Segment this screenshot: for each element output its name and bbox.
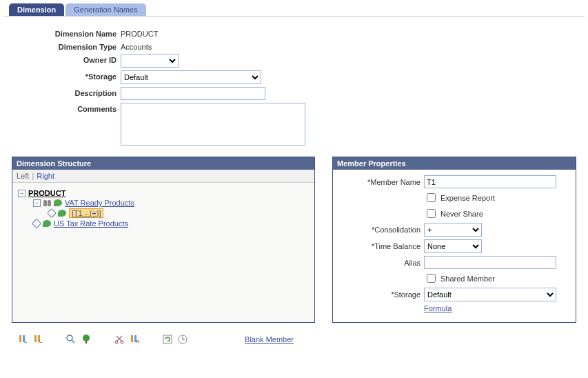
svg-rect-17 <box>163 335 172 344</box>
shared-member-checkbox[interactable] <box>427 274 436 283</box>
action-toolbar: + − × Blank Member <box>3 323 585 348</box>
time-balance-label: *Time Balance <box>338 242 424 250</box>
svg-line-7 <box>72 340 74 343</box>
leaf-icon <box>54 199 62 206</box>
member-name-input[interactable] <box>424 175 556 188</box>
tab-dimension[interactable]: Dimension <box>9 3 64 16</box>
owner-id-select[interactable] <box>121 54 179 68</box>
leaf-icon <box>58 210 66 217</box>
add-child-icon[interactable]: − <box>32 334 43 345</box>
svg-rect-0 <box>19 335 21 342</box>
refresh-icon[interactable] <box>162 334 173 345</box>
description-label: Description <box>12 87 121 97</box>
tree-node-t1-selected[interactable]: [T1 - (+)] <box>69 208 103 218</box>
tab-strip: Dimension Generation Names <box>3 3 585 17</box>
formula-link[interactable]: Formula <box>424 304 452 312</box>
tree-node-us-tax[interactable]: US Tax Rate Products <box>54 219 128 228</box>
svg-rect-9 <box>85 341 87 344</box>
member-properties-panel: Member Properties *Member Name Expense R… <box>332 157 576 323</box>
dimension-name-value: PRODUCT <box>121 28 158 38</box>
tree-body: − PRODUCT − VAT Ready Products [T1 - (+)… <box>12 183 314 322</box>
tree-right-link[interactable]: Right <box>37 172 54 180</box>
svg-point-8 <box>83 335 90 341</box>
alias-input[interactable] <box>424 256 556 269</box>
tree-node-vat-ready[interactable]: VAT Ready Products <box>65 199 134 207</box>
collapse-icon[interactable]: − <box>33 199 41 207</box>
tree-orientation-bar: Left | Right <box>12 170 314 183</box>
svg-text:−: − <box>39 339 43 345</box>
clock-icon[interactable] <box>177 334 188 345</box>
tree-left-label: Left <box>17 172 29 180</box>
consolidation-select[interactable]: + <box>424 223 482 237</box>
collapse-icon[interactable]: − <box>18 190 26 197</box>
never-share-checkbox[interactable] <box>427 209 436 218</box>
member-storage-label: *Storage <box>338 290 424 299</box>
svg-rect-14 <box>131 335 133 342</box>
member-properties-title: Member Properties <box>333 157 576 170</box>
comments-textarea[interactable] <box>121 103 305 146</box>
leaf-icon <box>43 220 51 227</box>
alias-label: Alias <box>338 259 424 267</box>
time-balance-select[interactable]: None <box>424 239 482 253</box>
people-icon <box>43 200 51 206</box>
delete-member-icon[interactable]: × <box>129 334 140 345</box>
add-sibling-icon[interactable]: + <box>17 334 28 345</box>
tab-generation-names[interactable]: Generation Names <box>65 3 145 16</box>
comments-label: Comments <box>12 103 121 113</box>
svg-rect-3 <box>34 335 37 342</box>
never-share-label: Never Share <box>440 210 483 218</box>
member-storage-select[interactable]: Default <box>424 288 556 301</box>
dimension-structure-panel: Dimension Structure Left | Right − PRODU… <box>12 157 315 323</box>
owner-id-label: Owner ID <box>12 54 121 64</box>
find-icon[interactable] <box>65 334 77 345</box>
tree-icon[interactable] <box>81 334 92 345</box>
expense-report-checkbox[interactable] <box>427 193 436 202</box>
diamond-icon <box>47 208 57 218</box>
diamond-icon <box>32 219 41 228</box>
description-input[interactable] <box>121 87 265 100</box>
svg-point-6 <box>67 335 72 341</box>
svg-text:×: × <box>136 338 139 345</box>
dimension-form: Dimension Name PRODUCT Dimension Type Ac… <box>3 23 585 157</box>
dimension-type-label: Dimension Type <box>12 41 121 51</box>
svg-text:+: + <box>24 339 28 345</box>
cut-icon[interactable] <box>114 334 125 345</box>
expense-report-label: Expense Report <box>440 194 495 202</box>
dimension-name-label: Dimension Name <box>12 28 121 38</box>
shared-member-label: Shared Member <box>440 275 495 283</box>
tree-root-product[interactable]: PRODUCT <box>28 189 65 197</box>
dimension-type-value: Accounts <box>121 41 152 51</box>
dimension-structure-title: Dimension Structure <box>12 157 314 170</box>
member-name-label: *Member Name <box>338 178 424 186</box>
blank-member-link[interactable]: Blank Member <box>245 335 294 344</box>
storage-select[interactable]: Default <box>121 70 261 84</box>
storage-label: *Storage <box>12 70 121 81</box>
consolidation-label: *Consolidation <box>338 226 424 234</box>
